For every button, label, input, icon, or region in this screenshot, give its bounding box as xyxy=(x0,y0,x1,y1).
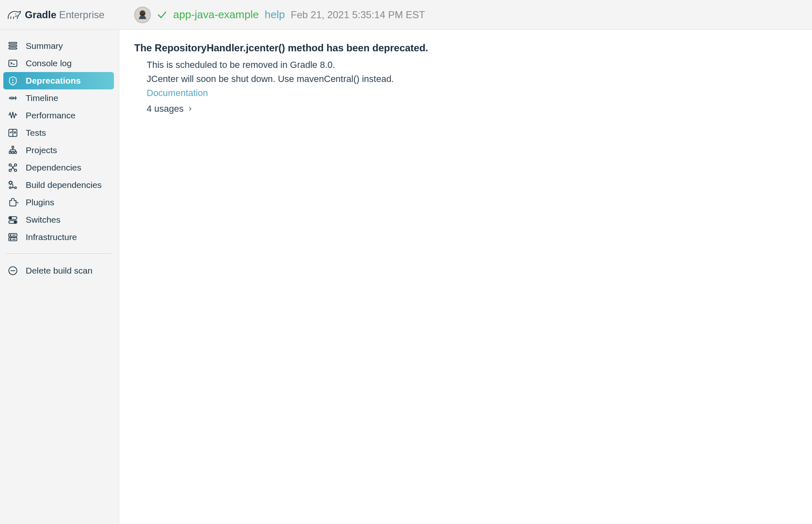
summary-icon xyxy=(7,41,18,51)
sidebar-item-label: Dependencies xyxy=(26,163,81,173)
sidebar-item-label: Performance xyxy=(26,111,75,120)
avatar[interactable] xyxy=(134,7,151,23)
svg-rect-3 xyxy=(9,45,17,46)
brand-logo[interactable]: Gradle Enterprise xyxy=(7,9,131,21)
deprecation-icon xyxy=(7,75,18,86)
svg-rect-16 xyxy=(9,151,11,153)
svg-point-35 xyxy=(10,217,11,219)
svg-point-40 xyxy=(10,235,11,236)
sidebar-item-label: Summary xyxy=(26,41,63,51)
build-dependencies-icon xyxy=(7,180,18,190)
sidebar-item-label: Projects xyxy=(26,145,57,155)
plugins-icon xyxy=(7,197,18,208)
infrastructure-icon xyxy=(7,232,18,243)
sidebar: Summary Console log Deprecations Timelin… xyxy=(0,30,119,524)
svg-point-7 xyxy=(12,82,13,83)
sidebar-item-performance[interactable]: Performance xyxy=(3,107,114,124)
sidebar-divider xyxy=(6,253,111,254)
sidebar-item-projects[interactable]: Projects xyxy=(3,142,114,159)
sidebar-item-label: Console log xyxy=(26,58,72,68)
usages-expander[interactable]: 4 usages xyxy=(147,100,797,118)
sidebar-item-tests[interactable]: Tests xyxy=(3,124,114,142)
build-header-meta: app-java-example help Feb 21, 2021 5:35:… xyxy=(134,7,425,23)
gradle-elephant-icon xyxy=(7,9,22,21)
build-timestamp: Feb 21, 2021 5:35:14 PM EST xyxy=(291,9,425,21)
svg-point-41 xyxy=(10,239,11,240)
svg-rect-15 xyxy=(12,146,14,148)
sidebar-item-timeline[interactable]: Timeline xyxy=(3,89,114,107)
deprecation-detail-1: This is scheduled to be removed in Gradl… xyxy=(147,58,797,72)
timeline-icon xyxy=(7,93,18,103)
sidebar-item-label: Plugins xyxy=(26,197,54,207)
sidebar-item-label: Deprecations xyxy=(26,76,81,86)
svg-point-37 xyxy=(14,221,16,223)
svg-point-31 xyxy=(15,187,16,188)
brand-text: Gradle Enterprise xyxy=(25,9,104,21)
sidebar-item-switches[interactable]: Switches xyxy=(3,211,114,228)
sidebar-item-label: Timeline xyxy=(26,93,58,103)
sidebar-item-dependencies[interactable]: Dependencies xyxy=(3,159,114,176)
header: Gradle Enterprise app-java-example help … xyxy=(0,0,812,30)
sidebar-item-delete[interactable]: Delete build scan xyxy=(3,262,114,279)
deprecation-detail-2: JCenter will soon be shut down. Use mave… xyxy=(147,72,797,86)
switches-icon xyxy=(7,214,18,225)
sidebar-item-label: Switches xyxy=(26,215,60,225)
svg-point-30 xyxy=(9,187,11,188)
usages-label: 4 usages xyxy=(147,100,184,118)
main-content: The RepositoryHandler.jcenter() method h… xyxy=(119,30,812,524)
svg-point-0 xyxy=(15,13,16,14)
delete-icon xyxy=(7,265,18,276)
chevron-right-icon xyxy=(188,106,193,111)
documentation-link[interactable]: Documentation xyxy=(147,86,797,100)
dependencies-icon xyxy=(7,162,18,173)
sidebar-item-label: Build dependencies xyxy=(26,180,102,190)
svg-rect-5 xyxy=(9,60,17,66)
svg-rect-2 xyxy=(9,42,17,43)
build-app-title[interactable]: app-java-example xyxy=(173,8,259,21)
sidebar-item-infrastructure[interactable]: Infrastructure xyxy=(3,228,114,246)
svg-rect-17 xyxy=(12,151,14,153)
sidebar-item-label: Infrastructure xyxy=(26,232,77,242)
sidebar-item-deprecations[interactable]: Deprecations xyxy=(3,72,114,89)
tests-icon xyxy=(7,127,18,138)
performance-icon xyxy=(7,110,18,121)
sidebar-item-label: Delete build scan xyxy=(26,266,92,276)
check-icon xyxy=(157,10,167,20)
console-icon xyxy=(7,58,18,69)
svg-rect-18 xyxy=(15,151,16,153)
sidebar-item-summary[interactable]: Summary xyxy=(3,37,114,55)
build-task-name[interactable]: help xyxy=(265,8,285,21)
svg-rect-4 xyxy=(9,48,17,49)
sidebar-item-label: Tests xyxy=(26,128,46,138)
projects-icon xyxy=(7,145,18,156)
deprecation-title: The RepositoryHandler.jcenter() method h… xyxy=(134,42,797,54)
sidebar-item-console-log[interactable]: Console log xyxy=(3,55,114,72)
sidebar-item-plugins[interactable]: Plugins xyxy=(3,194,114,211)
sidebar-item-build-dependencies[interactable]: Build dependencies xyxy=(3,176,114,194)
